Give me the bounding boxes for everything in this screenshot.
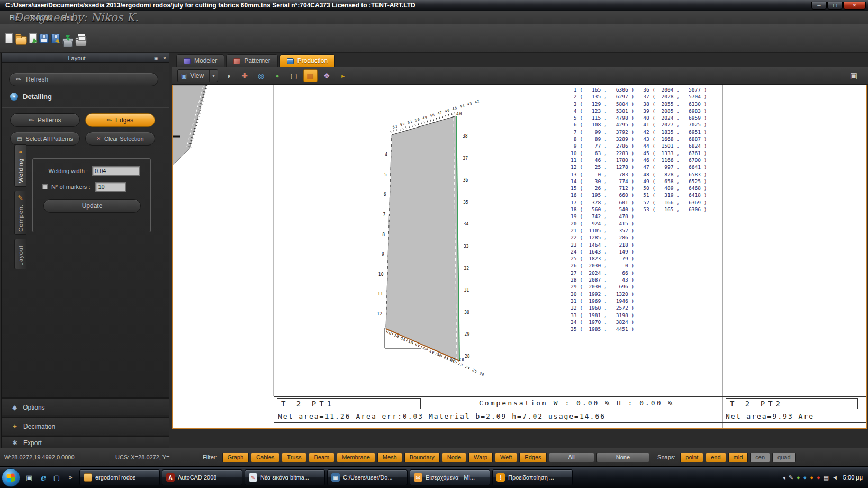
pen-input-icon[interactable]: ✎ (789, 474, 793, 481)
menu-item[interactable]: Toolbars (24, 13, 57, 22)
filter-button[interactable]: All (549, 453, 594, 462)
workspace-tab[interactable]: Modeler (176, 54, 224, 67)
internet-explorer-icon[interactable]: e (37, 471, 49, 484)
export-section[interactable]: ✱ Export (2, 437, 169, 448)
dock-panel-icon[interactable]: ▣ (152, 56, 160, 61)
media-window-icon[interactable]: ▢ (51, 471, 62, 484)
update-icon[interactable]: ● (803, 474, 807, 481)
coordinate-row: 25 ( 1823 , 79 ) (571, 255, 707, 262)
materials-icon[interactable]: ❖ (320, 69, 334, 82)
markers-input[interactable] (95, 182, 126, 192)
taskbar-button[interactable]: ! Προειδοποίηση ... (492, 469, 573, 485)
coordinate-row: 9 ( 77 , 2786 ) 44 ( 1501 , 6824 ) (571, 142, 707, 149)
chevron-down-icon[interactable]: ▾ (10, 93, 18, 101)
fit-view-icon[interactable]: ▣ (847, 69, 861, 82)
filter-button[interactable]: Warp (468, 453, 493, 462)
filter-button[interactable]: Cables (251, 453, 279, 462)
filter-button[interactable]: Boundary (404, 453, 440, 462)
taskbar-button[interactable]: ✉ Εισερχόμενα - Mi... (410, 469, 490, 485)
points-icon[interactable]: ● (270, 69, 285, 82)
markers-checkbox[interactable] (42, 184, 48, 189)
new-button[interactable] (5, 33, 13, 43)
taskbar-button[interactable]: ✎ Νέα εικόνα bitma... (245, 469, 325, 485)
taskbar-button-label: AutoCAD 2008 (178, 474, 216, 481)
taskbar-button[interactable]: ergodomi rodos (79, 469, 160, 485)
decimation-section[interactable]: ✦ Decimation (2, 418, 169, 435)
print-button[interactable] (75, 37, 87, 44)
filter-button[interactable]: Truss (282, 453, 306, 462)
select-icon[interactable]: ▢ (287, 69, 301, 82)
maximize-button[interactable]: ▢ (827, 2, 843, 10)
pattern-piece[interactable] (386, 116, 459, 361)
quick-launch-glyph: ▢ (53, 474, 60, 482)
coordinate-row: 2 ( 135 , 6297 ) 37 ( 2028 , 5704 ) (571, 93, 707, 100)
select-all-patterns-button[interactable]: ▤ Select All Patterns (10, 132, 80, 146)
show-desktop-icon[interactable]: ▣ (23, 471, 35, 484)
start-button[interactable] (2, 468, 20, 487)
snap-buttons: pointendmidcenquad (680, 453, 795, 462)
edges-button[interactable]: ✎ Edges (85, 113, 155, 127)
tools-icon[interactable]: ► (336, 69, 350, 82)
side-tab[interactable]: ≈ Welding (14, 144, 26, 187)
coordinate-row: 17 ( 378 , 601 ) 52 ( 166 , 6369 ) (571, 199, 707, 206)
options-label: Options (23, 404, 44, 411)
close-button[interactable]: ✕ (843, 2, 866, 10)
hidden-icons-chevron[interactable]: ◂ (782, 474, 785, 481)
drawing-canvas[interactable]: 456789101112 3837363534333231302928 53 5… (172, 85, 867, 429)
side-tab[interactable]: ✎ Compen. (14, 191, 26, 236)
point-label: 28 (465, 354, 470, 359)
side-tab[interactable]: Layout (14, 239, 26, 269)
save-button[interactable] (39, 34, 49, 43)
workspace-tab[interactable]: Production (279, 54, 335, 67)
open-button[interactable] (15, 36, 27, 43)
alert-tray-icon[interactable]: ● (817, 474, 820, 481)
options-section[interactable]: ◆ Options (2, 399, 169, 415)
snap-button[interactable]: quad (772, 453, 795, 462)
view-dropdown[interactable]: ▣ View ▾ (177, 69, 218, 82)
filter-button[interactable]: Edges (519, 453, 546, 462)
save-as-button[interactable] (51, 34, 60, 43)
table-icon[interactable]: ▦ (303, 69, 318, 82)
menu-item[interactable]: Help (57, 13, 79, 22)
select-all-label: Select All Patterns (26, 135, 73, 142)
menu-item[interactable]: File (4, 13, 24, 22)
zoom-icon[interactable]: ◎ (254, 69, 268, 82)
filter-button[interactable]: Membrane (337, 453, 375, 462)
export-file-button[interactable] (29, 33, 37, 43)
filter-button[interactable]: Beam (309, 453, 334, 462)
clear-selection-button[interactable]: ✕ Clear Selection (85, 132, 155, 146)
snap-button[interactable]: point (680, 453, 703, 462)
import-button[interactable] (62, 38, 73, 44)
messenger-icon[interactable]: ● (810, 474, 813, 481)
keyboard-icon[interactable]: ▤ (824, 474, 829, 481)
filter-button[interactable]: Weft (495, 453, 517, 462)
antivirus-icon[interactable]: ● (797, 474, 800, 481)
welding-width-input[interactable] (92, 166, 140, 176)
volume-icon[interactable]: ◄ (832, 474, 838, 481)
coordinate-row: 31 ( 1969 , 1946 ) (571, 297, 707, 304)
filter-button[interactable]: None (596, 453, 649, 462)
render-mode-icon[interactable]: ◑ (221, 69, 236, 82)
snap-button[interactable]: cen (750, 453, 770, 462)
taskbar-button[interactable]: ▦ C:/Users/user/Do... (327, 469, 408, 485)
clipped-pattern-piece[interactable] (173, 85, 206, 166)
detailing-section-header[interactable]: ▾ Detailing (10, 93, 52, 101)
snap-button[interactable]: mid (728, 453, 748, 462)
filter-button[interactable]: Graph (222, 453, 249, 462)
close-panel-icon[interactable]: ✕ (160, 56, 169, 61)
patterns-button[interactable]: ✎ Patterns (10, 113, 80, 127)
update-button[interactable]: Update (43, 199, 141, 213)
filter-button[interactable]: Mesh (377, 453, 402, 462)
workspace-tab[interactable]: Patterner (226, 54, 277, 67)
cursor-coordinates: W:28.0272,19.4992,0.0000 (4, 454, 113, 460)
filter-button[interactable]: Node (442, 453, 466, 462)
taskbar-button[interactable]: A AutoCAD 2008 (162, 469, 242, 485)
transform-icon[interactable]: ✚ (238, 69, 252, 82)
quicklaunch-overflow-chevron[interactable]: » (65, 471, 76, 484)
chevron-down-icon[interactable]: ▾ (209, 70, 218, 82)
refresh-button[interactable]: ✎ Refresh (9, 73, 158, 86)
minimize-button[interactable]: ─ (811, 2, 827, 10)
taskbar-clock[interactable]: 5:00 μμ (843, 474, 863, 481)
compensation-text: Compensation W : 0.00 % H : 0.00 % (479, 399, 674, 407)
snap-button[interactable]: end (706, 453, 726, 462)
